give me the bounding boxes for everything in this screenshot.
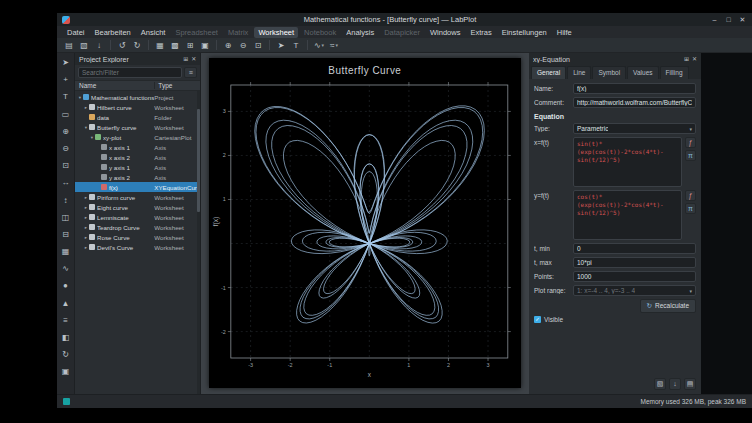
insert-function-icon[interactable]: ƒ — [685, 190, 696, 201]
plot-range-dropdown[interactable]: 1: x=-4 .. 4, y=-3 .. 4 ▾ — [573, 285, 696, 296]
tree-row[interactable]: ▸Devil's CurveWorksheet — [75, 242, 200, 252]
text-label-tool-button[interactable]: T — [59, 90, 72, 103]
zoom-out-button[interactable]: ⊖ — [236, 39, 250, 52]
crosshair-tool-button[interactable]: + — [59, 73, 72, 86]
close-dock-button[interactable]: ✕ — [692, 54, 697, 64]
redo-button[interactable]: ↻ — [130, 39, 144, 52]
tree-row[interactable]: ▸Eight curveWorksheet — [75, 202, 200, 212]
search-input[interactable] — [78, 67, 182, 78]
select-mode-button[interactable]: ➤ — [274, 39, 288, 52]
text-label-button[interactable]: T — [289, 39, 303, 52]
tree-row[interactable]: ▸Teardrop CurveWorksheet — [75, 222, 200, 232]
type-dropdown[interactable]: Parametric ▾ — [573, 123, 696, 134]
open-project-button[interactable]: ▧ — [77, 39, 91, 52]
x-equation-input[interactable]: sin(t)*(exp(cos(t))-2*cos(4*t)-sin(t/12)… — [573, 137, 682, 187]
float-explorer-button[interactable]: ⊞ — [183, 54, 188, 64]
points-input[interactable] — [573, 271, 696, 282]
new-folder-button[interactable]: ▣ — [198, 39, 212, 52]
new-spreadsheet-button[interactable]: ▩ — [168, 39, 182, 52]
insert-function-icon[interactable]: ƒ — [685, 137, 696, 148]
zoom-fit-button[interactable]: ⊡ — [251, 39, 265, 52]
undo-button[interactable]: ↺ — [115, 39, 129, 52]
insert-constant-icon[interactable]: π — [685, 203, 696, 214]
y-equation-input[interactable]: cos(t)*(exp(cos(t))-2*cos(4*t)-sin(t/12)… — [573, 190, 682, 240]
tree-row[interactable]: y axis 1Axis — [75, 162, 200, 172]
zoom-in-button[interactable]: ⊕ — [221, 39, 235, 52]
tab-values[interactable]: Values — [627, 66, 658, 79]
t-max-input[interactable] — [573, 257, 696, 268]
shape-tool-button[interactable]: ▲ — [59, 297, 72, 310]
minimize-button[interactable]: – — [710, 14, 719, 25]
t-min-input[interactable] — [573, 243, 696, 254]
rectangle-tool-button[interactable]: ▭ — [59, 108, 72, 121]
save-template-button[interactable]: ↓ — [669, 378, 681, 390]
filter-button[interactable]: ≡ — [184, 67, 197, 78]
menu-datei[interactable]: Datei — [63, 27, 89, 38]
menu-matrix[interactable]: Matrix — [224, 27, 252, 38]
project-explorer-header[interactable]: Project Explorer ⊞✕ — [75, 53, 200, 65]
maximize-button[interactable]: □ — [724, 14, 733, 25]
column-header-name[interactable]: Name — [75, 82, 154, 89]
plot-page[interactable]: -3-2-1123-2-1123xf(x)Butterfly Curve — [209, 58, 521, 388]
menu-extras[interactable]: Extras — [466, 27, 495, 38]
vertical-layout-tool-button[interactable]: ⊟ — [59, 228, 72, 241]
column-header-type[interactable]: Type — [154, 82, 200, 89]
refresh-tool-button[interactable]: ↻ — [59, 348, 72, 361]
menu-datapicker[interactable]: Datapicker — [380, 27, 424, 38]
close-button[interactable]: ✕ — [738, 14, 747, 25]
insert-constant-icon[interactable]: π — [685, 150, 696, 161]
split-view-tool-button[interactable]: ◧ — [59, 331, 72, 344]
menu-windows[interactable]: Windows — [426, 27, 464, 38]
float-dock-button[interactable]: ⊞ — [684, 54, 689, 64]
recalculate-button[interactable]: ↻ Recalculate — [640, 299, 696, 313]
grid-layout-tool-button[interactable]: ▦ — [59, 245, 72, 258]
tree-row[interactable]: ▾Butterfly curveWorksheet — [75, 122, 200, 132]
export-tool-button[interactable]: ▣ — [59, 365, 72, 378]
tab-filling[interactable]: Filling — [660, 66, 689, 79]
add-curve-button[interactable]: ≈▾ — [327, 39, 341, 52]
tab-line[interactable]: Line — [567, 66, 591, 79]
menu-worksheet[interactable]: Worksheet — [254, 27, 298, 38]
tree-row[interactable]: x axis 2Axis — [75, 152, 200, 162]
worksheet-view[interactable]: -3-2-1123-2-1123xf(x)Butterfly Curve — [201, 53, 529, 394]
tree-row[interactable]: dataFolder — [75, 112, 200, 122]
tree-row[interactable]: x axis 1Axis — [75, 142, 200, 152]
tree-row[interactable]: ▸Rose CurveWorksheet — [75, 232, 200, 242]
tree-row[interactable]: ▾Mathematical functionsProject — [75, 92, 200, 102]
menu-einstellungen[interactable]: Einstellungen — [498, 27, 551, 38]
name-input[interactable] — [573, 83, 696, 94]
tree-row[interactable]: ▸Piriform curveWorksheet — [75, 192, 200, 202]
menu-bearbeiten[interactable]: Bearbeiten — [91, 27, 135, 38]
tree-row[interactable]: f(x)XYEquationCurve — [75, 182, 200, 192]
curve-tool-button[interactable]: ∿ — [59, 262, 72, 275]
new-project-button[interactable]: ▤ — [62, 39, 76, 52]
tree-row[interactable]: y axis 2Axis — [75, 172, 200, 182]
menu-notebook[interactable]: Notebook — [300, 27, 340, 38]
title-bar[interactable]: Mathematical functions - [Butterfly curv… — [57, 13, 752, 26]
zoom-out-tool-button[interactable]: ⊖ — [59, 142, 72, 155]
scrollbar-thumb[interactable] — [197, 109, 200, 212]
tab-general[interactable]: General — [531, 66, 566, 79]
point-tool-button[interactable]: ● — [59, 279, 72, 292]
menu-spreadsheet[interactable]: Spreadsheet — [171, 27, 222, 38]
scale-x-tool-button[interactable]: ↔ — [59, 176, 72, 189]
add-plot-button[interactable]: ∿▾ — [312, 39, 326, 52]
menu-ansicht[interactable]: Ansicht — [137, 27, 170, 38]
list-tool-button[interactable]: ≡ — [59, 314, 72, 327]
zoom-in-tool-button[interactable]: ⊕ — [59, 125, 72, 138]
menu-analysis[interactable]: Analysis — [342, 27, 378, 38]
select-tool-button[interactable]: ➤ — [59, 56, 72, 69]
new-worksheet-button[interactable]: ▦ — [153, 39, 167, 52]
tree-row[interactable]: ▸LemniscateWorksheet — [75, 212, 200, 222]
comment-input[interactable] — [573, 97, 696, 108]
menu-hilfe[interactable]: Hilfe — [553, 27, 576, 38]
close-explorer-button[interactable]: ✕ — [191, 54, 196, 64]
new-matrix-button[interactable]: ⊞ — [183, 39, 197, 52]
manage-templates-button[interactable]: ▤ — [684, 378, 696, 390]
tree-row[interactable]: ▸Hilbert curveWorksheet — [75, 102, 200, 112]
visible-checkbox[interactable]: ✓ — [534, 316, 541, 323]
zoom-selection-tool-button[interactable]: ⊡ — [59, 159, 72, 172]
tab-symbol[interactable]: Symbol — [592, 66, 626, 79]
tree-row[interactable]: ▾xy-plotCartesianPlot — [75, 132, 200, 142]
save-project-button[interactable]: ↓ — [92, 39, 106, 52]
